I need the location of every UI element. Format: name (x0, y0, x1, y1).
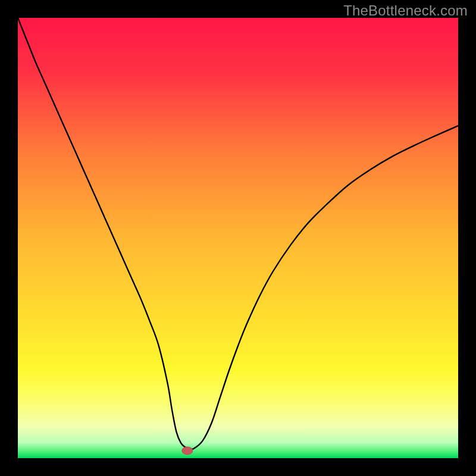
plot-area (18, 18, 458, 458)
optimal-point-marker (182, 447, 193, 455)
bottleneck-curve-chart (18, 18, 458, 458)
gradient-background (18, 18, 458, 458)
chart-frame: TheBottleneck.com (0, 0, 476, 476)
watermark-text: TheBottleneck.com (343, 2, 468, 19)
